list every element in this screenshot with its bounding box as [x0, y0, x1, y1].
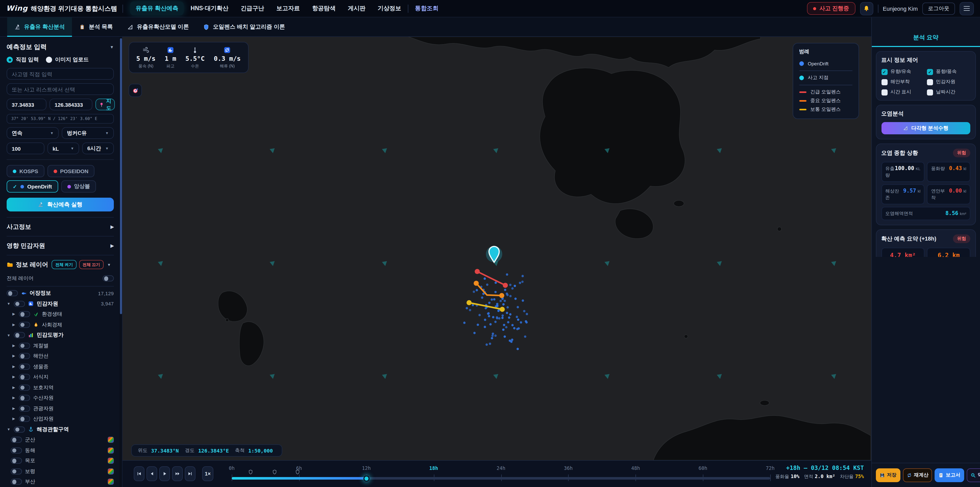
layer-toggle[interactable]: [19, 374, 30, 380]
model-chip[interactable]: POSEIDON: [48, 165, 95, 177]
display-checkbox[interactable]: ✓ 민감자원: [927, 79, 970, 85]
notifications-button[interactable]: [860, 2, 873, 15]
display-checkbox[interactable]: ✓ 시간 표시: [881, 89, 925, 96]
incident-name-input[interactable]: [6, 68, 114, 80]
layer-toggle[interactable]: [19, 353, 30, 359]
layer-toggle[interactable]: [11, 479, 22, 485]
expand-icon[interactable]: ▼: [6, 334, 11, 337]
all-layers-toggle[interactable]: [103, 275, 114, 281]
layer-style-button[interactable]: [108, 437, 114, 443]
section-incident-info[interactable]: 사고정보: [6, 217, 114, 236]
layer-toggle[interactable]: [19, 385, 30, 391]
nav-item[interactable]: HNS·대기확산: [185, 2, 234, 15]
recalc-button[interactable]: 재계산: [903, 468, 932, 482]
layer-toggle[interactable]: [11, 447, 22, 453]
play-button[interactable]: [159, 466, 170, 481]
fence-deploy-marker-icon[interactable]: [248, 469, 253, 476]
ff-button[interactable]: [172, 466, 183, 481]
section-affected-resources[interactable]: 영향 민감자원: [6, 236, 114, 255]
layer-toggle[interactable]: [19, 343, 30, 349]
display-checkbox[interactable]: ✓ 해안부착: [881, 79, 925, 85]
fence-deploy-marker-icon[interactable]: [272, 469, 277, 476]
map-canvas[interactable]: 5 m/s풍속 (N) 1 m파고 5.5°C수온 0.3 m/s해류 (N) …: [123, 37, 871, 460]
nav-item[interactable]: 보고자료: [271, 2, 305, 15]
nav-item[interactable]: 유출유 확산예측: [130, 2, 184, 15]
tab-active[interactable]: 유출유 확산분석: [7, 18, 72, 36]
layer-toggle[interactable]: [14, 426, 25, 433]
save-button[interactable]: 저장: [876, 468, 900, 482]
layer-toggle[interactable]: [19, 395, 30, 401]
expand-icon[interactable]: ▶: [12, 323, 16, 327]
layer-toggle[interactable]: [14, 332, 25, 339]
input-mode-radio[interactable]: 이미지 업로드: [46, 56, 89, 63]
unit-select[interactable]: kL: [48, 142, 79, 154]
spill-type-select[interactable]: 연속: [6, 127, 59, 139]
layer-toggle[interactable]: [19, 406, 30, 412]
expand-icon[interactable]: ▶: [12, 365, 16, 369]
layer-toggle[interactable]: [11, 468, 22, 474]
sidebar-scrollbar[interactable]: [119, 37, 122, 487]
nav-item[interactable]: 통합조회: [409, 2, 444, 15]
expand-icon[interactable]: ▶: [12, 407, 16, 410]
expand-icon[interactable]: ▶: [12, 386, 16, 390]
layer-toggle[interactable]: [19, 416, 30, 422]
layer-toggle[interactable]: [11, 458, 22, 464]
prev-button[interactable]: [146, 466, 157, 481]
display-checkbox[interactable]: ✓ 유향/유속: [881, 69, 925, 75]
trace-button[interactable]: 역추적: [966, 468, 980, 482]
input-mode-radio[interactable]: 직접 입력: [6, 56, 39, 63]
layer-toggle[interactable]: [14, 301, 25, 307]
polygon-analysis-button[interactable]: 다각형 분석수행: [881, 122, 970, 134]
nav-item[interactable]: 기상정보: [372, 2, 407, 15]
target-tool-button[interactable]: [129, 84, 142, 97]
oil-type-select[interactable]: 벙커C유: [62, 127, 114, 139]
display-checkbox[interactable]: ✓ 날짜시간: [927, 89, 970, 96]
duration-select[interactable]: 6시간: [82, 142, 114, 154]
tab-item[interactable]: 오일펜스 배치 알고리즘 이론: [196, 18, 292, 36]
nav-item[interactable]: 게시판: [342, 2, 371, 15]
layer-toggle[interactable]: [19, 364, 30, 370]
layer-style-button[interactable]: [108, 468, 114, 474]
model-chip[interactable]: OpenDrift: [6, 180, 58, 193]
all-layers-off-button[interactable]: 전체 끄기: [79, 260, 103, 269]
report-button[interactable]: 보고서: [935, 468, 964, 482]
layer-style-button[interactable]: [108, 479, 114, 485]
expand-icon[interactable]: ▶: [12, 312, 16, 316]
skipstart-button[interactable]: [134, 466, 145, 481]
tab-analysis-summary[interactable]: 분석 요약: [872, 18, 980, 47]
skipend-button[interactable]: [185, 466, 196, 481]
layer-style-button[interactable]: [108, 458, 114, 464]
tab-item[interactable]: 유출유확산모델 이론: [120, 18, 196, 36]
layer-toggle[interactable]: [19, 322, 30, 328]
expand-icon[interactable]: ▶: [12, 354, 16, 358]
amount-input[interactable]: [6, 142, 45, 154]
expand-icon[interactable]: ▶: [12, 417, 16, 421]
layer-toggle[interactable]: [6, 291, 18, 297]
display-checkbox[interactable]: ✓ 풍향/풍속: [927, 69, 970, 75]
layer-style-button[interactable]: [108, 447, 114, 453]
expand-icon[interactable]: ▼: [6, 428, 11, 431]
hamburger-menu-button[interactable]: [959, 2, 974, 15]
incident-list-input[interactable]: [6, 83, 114, 95]
longitude-input[interactable]: [49, 99, 92, 110]
predict-input-section-header[interactable]: 예측정보 입력: [6, 43, 114, 51]
expand-icon[interactable]: ▶: [12, 344, 16, 348]
model-chip[interactable]: 앙상블: [61, 180, 96, 193]
fence-deploy-marker-icon[interactable]: [295, 469, 300, 476]
latitude-input[interactable]: [6, 99, 46, 110]
layer-toggle[interactable]: [19, 311, 30, 318]
nav-item[interactable]: 항공탐색: [307, 2, 341, 15]
expand-icon[interactable]: ▶: [12, 375, 16, 379]
tab-item[interactable]: 분석 목록: [72, 18, 120, 36]
timeline-track-area[interactable]: 0h6h12h18h24h36h48h60h72h: [232, 461, 770, 487]
all-layers-on-button[interactable]: 전체 켜기: [52, 260, 76, 269]
run-forecast-button[interactable]: 확산예측 실행: [6, 198, 114, 211]
layer-toggle[interactable]: [11, 437, 22, 443]
pick-on-map-button[interactable]: 지도: [95, 99, 115, 110]
expand-icon[interactable]: ▼: [6, 302, 11, 306]
nav-item[interactable]: 긴급구난: [235, 2, 270, 15]
playback-speed-button[interactable]: 1×: [202, 466, 213, 481]
scrollbar-thumb[interactable]: [120, 38, 122, 314]
expand-icon[interactable]: ▶: [12, 396, 16, 400]
timeline-handle[interactable]: [363, 475, 369, 481]
